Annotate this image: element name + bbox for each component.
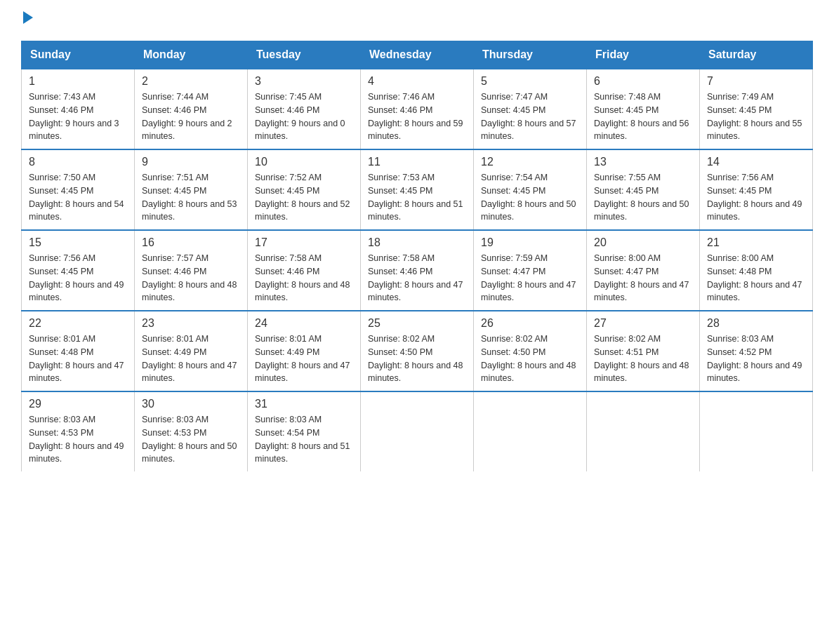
- calendar-cell: 24Sunrise: 8:01 AMSunset: 4:49 PMDayligh…: [248, 311, 361, 391]
- calendar-cell: 4Sunrise: 7:46 AMSunset: 4:46 PMDaylight…: [361, 69, 474, 149]
- day-number: 19: [481, 236, 579, 249]
- calendar-cell: 14Sunrise: 7:56 AMSunset: 4:45 PMDayligh…: [700, 149, 813, 230]
- calendar-body: 1Sunrise: 7:43 AMSunset: 4:46 PMDaylight…: [22, 69, 813, 471]
- day-info: Sunrise: 8:02 AMSunset: 4:51 PMDaylight:…: [594, 333, 692, 385]
- calendar-week-3: 15Sunrise: 7:56 AMSunset: 4:45 PMDayligh…: [22, 230, 813, 311]
- calendar-cell: 28Sunrise: 8:03 AMSunset: 4:52 PMDayligh…: [700, 311, 813, 391]
- day-number: 23: [142, 317, 240, 330]
- calendar-cell: 6Sunrise: 7:48 AMSunset: 4:45 PMDaylight…: [587, 69, 700, 149]
- calendar-week-4: 22Sunrise: 8:01 AMSunset: 4:48 PMDayligh…: [22, 311, 813, 391]
- calendar-cell: 31Sunrise: 8:03 AMSunset: 4:54 PMDayligh…: [248, 391, 361, 471]
- page-header: [21, 14, 813, 27]
- calendar-cell: 10Sunrise: 7:52 AMSunset: 4:45 PMDayligh…: [248, 149, 361, 230]
- day-info: Sunrise: 7:50 AMSunset: 4:45 PMDaylight:…: [29, 171, 127, 224]
- day-number: 1: [29, 75, 127, 88]
- day-number: 6: [594, 75, 692, 88]
- calendar-cell: 30Sunrise: 8:03 AMSunset: 4:53 PMDayligh…: [135, 391, 248, 471]
- calendar-cell: 16Sunrise: 7:57 AMSunset: 4:46 PMDayligh…: [135, 230, 248, 311]
- calendar-cell: 29Sunrise: 8:03 AMSunset: 4:53 PMDayligh…: [22, 391, 135, 471]
- day-number: 3: [255, 75, 353, 88]
- calendar-week-1: 1Sunrise: 7:43 AMSunset: 4:46 PMDaylight…: [22, 69, 813, 149]
- day-number: 25: [368, 317, 466, 330]
- day-info: Sunrise: 8:01 AMSunset: 4:49 PMDaylight:…: [142, 333, 240, 385]
- day-number: 12: [481, 156, 579, 168]
- logo-triangle-icon: [23, 11, 33, 24]
- day-number: 7: [707, 75, 805, 88]
- calendar-cell: 17Sunrise: 7:58 AMSunset: 4:46 PMDayligh…: [248, 230, 361, 311]
- day-info: Sunrise: 7:43 AMSunset: 4:46 PMDaylight:…: [29, 90, 127, 143]
- calendar-cell: 2Sunrise: 7:44 AMSunset: 4:46 PMDaylight…: [135, 69, 248, 149]
- day-header-sunday: Sunday: [22, 41, 135, 69]
- day-info: Sunrise: 8:03 AMSunset: 4:52 PMDaylight:…: [707, 333, 805, 385]
- day-header-saturday: Saturday: [700, 41, 813, 69]
- day-number: 4: [368, 75, 466, 88]
- day-number: 20: [594, 236, 692, 249]
- day-info: Sunrise: 7:46 AMSunset: 4:46 PMDaylight:…: [368, 90, 466, 143]
- day-info: Sunrise: 8:02 AMSunset: 4:50 PMDaylight:…: [368, 333, 466, 385]
- day-number: 13: [594, 156, 692, 168]
- calendar-cell: [700, 391, 813, 471]
- calendar-cell: 22Sunrise: 8:01 AMSunset: 4:48 PMDayligh…: [22, 311, 135, 391]
- day-header-friday: Friday: [587, 41, 700, 69]
- calendar-cell: 13Sunrise: 7:55 AMSunset: 4:45 PMDayligh…: [587, 149, 700, 230]
- day-info: Sunrise: 7:59 AMSunset: 4:47 PMDaylight:…: [481, 252, 579, 304]
- day-info: Sunrise: 7:55 AMSunset: 4:45 PMDaylight:…: [594, 171, 692, 224]
- calendar-cell: 15Sunrise: 7:56 AMSunset: 4:45 PMDayligh…: [22, 230, 135, 311]
- calendar-cell: 26Sunrise: 8:02 AMSunset: 4:50 PMDayligh…: [474, 311, 587, 391]
- calendar-cell: 3Sunrise: 7:45 AMSunset: 4:46 PMDaylight…: [248, 69, 361, 149]
- day-info: Sunrise: 8:01 AMSunset: 4:49 PMDaylight:…: [255, 333, 353, 385]
- calendar-cell: 27Sunrise: 8:02 AMSunset: 4:51 PMDayligh…: [587, 311, 700, 391]
- day-number: 8: [29, 156, 127, 168]
- day-header-thursday: Thursday: [474, 41, 587, 69]
- day-number: 14: [707, 156, 805, 168]
- day-info: Sunrise: 7:51 AMSunset: 4:45 PMDaylight:…: [142, 171, 240, 224]
- day-info: Sunrise: 8:00 AMSunset: 4:47 PMDaylight:…: [594, 252, 692, 304]
- day-info: Sunrise: 8:03 AMSunset: 4:54 PMDaylight:…: [255, 413, 353, 466]
- calendar-cell: 25Sunrise: 8:02 AMSunset: 4:50 PMDayligh…: [361, 311, 474, 391]
- day-info: Sunrise: 8:02 AMSunset: 4:50 PMDaylight:…: [481, 333, 579, 385]
- day-info: Sunrise: 7:52 AMSunset: 4:45 PMDaylight:…: [255, 171, 353, 224]
- calendar-cell: 21Sunrise: 8:00 AMSunset: 4:48 PMDayligh…: [700, 230, 813, 311]
- day-number: 15: [29, 236, 127, 249]
- day-info: Sunrise: 7:56 AMSunset: 4:45 PMDaylight:…: [29, 252, 127, 304]
- day-header-tuesday: Tuesday: [248, 41, 361, 69]
- day-info: Sunrise: 7:48 AMSunset: 4:45 PMDaylight:…: [594, 90, 692, 143]
- day-number: 21: [707, 236, 805, 249]
- day-number: 28: [707, 317, 805, 330]
- day-info: Sunrise: 7:45 AMSunset: 4:46 PMDaylight:…: [255, 90, 353, 143]
- day-number: 11: [368, 156, 466, 168]
- day-info: Sunrise: 7:49 AMSunset: 4:45 PMDaylight:…: [707, 90, 805, 143]
- logo: [21, 14, 33, 27]
- calendar-cell: 20Sunrise: 8:00 AMSunset: 4:47 PMDayligh…: [587, 230, 700, 311]
- day-number: 31: [255, 398, 353, 410]
- day-number: 24: [255, 317, 353, 330]
- calendar-cell: [474, 391, 587, 471]
- calendar-cell: 18Sunrise: 7:58 AMSunset: 4:46 PMDayligh…: [361, 230, 474, 311]
- day-number: 5: [481, 75, 579, 88]
- calendar-cell: 19Sunrise: 7:59 AMSunset: 4:47 PMDayligh…: [474, 230, 587, 311]
- day-number: 22: [29, 317, 127, 330]
- day-info: Sunrise: 8:03 AMSunset: 4:53 PMDaylight:…: [29, 413, 127, 466]
- day-info: Sunrise: 7:56 AMSunset: 4:45 PMDaylight:…: [707, 171, 805, 224]
- day-number: 27: [594, 317, 692, 330]
- calendar-week-2: 8Sunrise: 7:50 AMSunset: 4:45 PMDaylight…: [22, 149, 813, 230]
- calendar-header: SundayMondayTuesdayWednesdayThursdayFrid…: [22, 41, 813, 69]
- day-info: Sunrise: 8:03 AMSunset: 4:53 PMDaylight:…: [142, 413, 240, 466]
- calendar-cell: 12Sunrise: 7:54 AMSunset: 4:45 PMDayligh…: [474, 149, 587, 230]
- day-number: 17: [255, 236, 353, 249]
- calendar-week-5: 29Sunrise: 8:03 AMSunset: 4:53 PMDayligh…: [22, 391, 813, 471]
- calendar-cell: 5Sunrise: 7:47 AMSunset: 4:45 PMDaylight…: [474, 69, 587, 149]
- calendar-cell: 1Sunrise: 7:43 AMSunset: 4:46 PMDaylight…: [22, 69, 135, 149]
- day-number: 26: [481, 317, 579, 330]
- day-info: Sunrise: 7:44 AMSunset: 4:46 PMDaylight:…: [142, 90, 240, 143]
- day-number: 29: [29, 398, 127, 410]
- calendar-table: SundayMondayTuesdayWednesdayThursdayFrid…: [21, 41, 813, 471]
- day-info: Sunrise: 7:53 AMSunset: 4:45 PMDaylight:…: [368, 171, 466, 224]
- day-info: Sunrise: 7:57 AMSunset: 4:46 PMDaylight:…: [142, 252, 240, 304]
- day-info: Sunrise: 7:58 AMSunset: 4:46 PMDaylight:…: [368, 252, 466, 304]
- calendar-cell: 11Sunrise: 7:53 AMSunset: 4:45 PMDayligh…: [361, 149, 474, 230]
- day-header-monday: Monday: [135, 41, 248, 69]
- calendar-cell: 7Sunrise: 7:49 AMSunset: 4:45 PMDaylight…: [700, 69, 813, 149]
- calendar-cell: 9Sunrise: 7:51 AMSunset: 4:45 PMDaylight…: [135, 149, 248, 230]
- day-number: 2: [142, 75, 240, 88]
